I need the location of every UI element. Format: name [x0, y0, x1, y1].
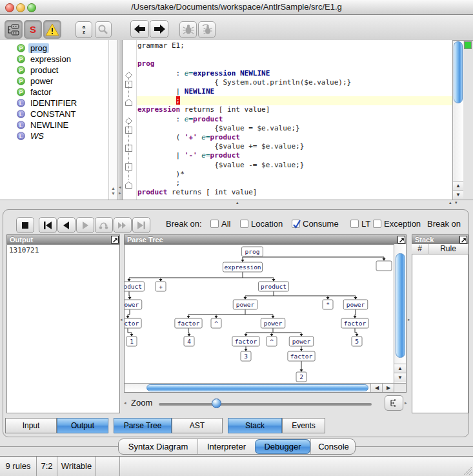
sidebar-splitter[interactable]: ◂ ▸: [117, 40, 123, 200]
tree-node-power[interactable]: power: [289, 336, 314, 346]
breakpoint-marker[interactable]: [125, 97, 132, 104]
expand-right-icon[interactable]: ▸: [119, 191, 121, 195]
grammar-editor[interactable]: grammar E1;prog : e=expression NEWLINE {…: [123, 40, 452, 200]
step-over-button[interactable]: [95, 217, 113, 233]
tb-debug-remote[interactable]: [198, 21, 216, 38]
tree-node-power[interactable]: power: [233, 300, 257, 309]
stack-expand-button[interactable]: [459, 236, 467, 243]
parse-tree-canvas[interactable]: progexpressionproduct+productpowerpower*…: [125, 245, 393, 382]
tree-layout-button[interactable]: [385, 395, 403, 411]
zoom-right-icon[interactable]: ▸: [405, 400, 407, 405]
view-button-events[interactable]: Events: [282, 418, 325, 433]
tree-node-factor[interactable]: factor: [232, 336, 259, 346]
breakpoint-marker[interactable]: [125, 180, 132, 187]
tb-back[interactable]: [130, 20, 149, 38]
stop-button[interactable]: [16, 217, 34, 233]
rule-item-power[interactable]: Ppower: [0, 76, 117, 87]
breakpoint-marker[interactable]: [125, 116, 132, 123]
zoom-slider-track[interactable]: [159, 403, 372, 406]
tab-debugger[interactable]: Debugger: [255, 439, 310, 454]
tb-sort-rules[interactable]: az: [75, 21, 92, 38]
scrollbar-thumb[interactable]: [146, 384, 368, 391]
tree-node-factor[interactable]: factor: [341, 318, 368, 328]
editor-gutter[interactable]: [123, 40, 137, 200]
stack-panel-body[interactable]: [412, 244, 468, 413]
view-button-ast[interactable]: AST: [172, 418, 223, 433]
tab-interpreter[interactable]: Interpreter: [197, 439, 255, 454]
divider-collapse-up-icon[interactable]: ▴: [236, 200, 239, 205]
rule-item-product[interactable]: Pproduct: [0, 65, 117, 76]
scrollbar-thumb[interactable]: [396, 253, 405, 358]
tree-node-expression[interactable]: expression: [223, 262, 263, 272]
tab-syntax-diagram[interactable]: Syntax Diagram: [119, 439, 197, 454]
parse-tree-vertical-scrollbar[interactable]: ▲ ▼: [394, 244, 406, 383]
tree-node-power[interactable]: power: [261, 318, 285, 328]
view-button-input[interactable]: Input: [5, 418, 57, 433]
zoom-slider-knob[interactable]: [212, 398, 221, 408]
scroll-up-button[interactable]: ▲: [394, 364, 406, 373]
tb-warnings[interactable]: [43, 20, 61, 39]
tree-node-factor[interactable]: factor: [175, 318, 202, 328]
break-checkbox-consume[interactable]: [292, 220, 300, 228]
scrollbar-thumb[interactable]: [454, 41, 463, 103]
scroll-down-icon[interactable]: ▼: [111, 191, 116, 196]
tree-node-*[interactable]: *: [323, 300, 333, 309]
zoom-left-icon[interactable]: ◂: [124, 400, 126, 405]
tree-node-4[interactable]: 4: [184, 336, 194, 346]
go-to-end-button[interactable]: [132, 217, 150, 233]
tree-node-product[interactable]: product: [259, 282, 289, 291]
divider-up-icon[interactable]: ▴: [449, 200, 452, 205]
tree-node-power[interactable]: power: [343, 300, 368, 309]
view-button-stack[interactable]: Stack: [228, 418, 282, 433]
step-forward-button[interactable]: [76, 217, 94, 233]
rule-item-identifier[interactable]: LIDENTIFIER: [0, 98, 117, 109]
output-panel-body[interactable]: 1310721: [6, 244, 120, 413]
tree-node-^[interactable]: ^: [267, 336, 277, 346]
rule-item-expression[interactable]: Pexpression: [0, 54, 117, 65]
tb-find[interactable]: [95, 21, 112, 38]
fast-forward-button[interactable]: [114, 217, 132, 233]
tree-node-3[interactable]: 3: [241, 351, 251, 361]
collapse-left-icon[interactable]: ◂: [119, 185, 121, 189]
view-button-output[interactable]: Output: [57, 418, 108, 433]
rule-item-prog[interactable]: Pprog: [0, 43, 117, 54]
tab-console[interactable]: Console: [310, 439, 356, 454]
divider-down-icon[interactable]: ▾: [455, 200, 458, 205]
panel-collapse-right-icon[interactable]: ▸: [408, 317, 410, 322]
break-checkbox-all[interactable]: [210, 220, 219, 228]
scroll-right-button[interactable]: ▶: [382, 384, 394, 392]
rules-scrollbar-track[interactable]: ▲ ▼: [108, 40, 118, 200]
zoom-window-button[interactable]: [27, 3, 36, 12]
break-checkbox-exception[interactable]: [373, 220, 381, 228]
tree-node-factor[interactable]: factor: [125, 318, 141, 328]
close-button[interactable]: [5, 3, 14, 12]
break-checkbox-lt[interactable]: [350, 220, 359, 228]
view-button-parse-tree[interactable]: Parse Tree: [114, 418, 172, 433]
tree-node-factor[interactable]: factor: [288, 351, 315, 361]
output-expand-button[interactable]: [111, 236, 119, 243]
tree-node-5[interactable]: 5: [352, 336, 362, 346]
break-checkbox-location[interactable]: [240, 220, 248, 228]
tree-node-power[interactable]: power: [125, 300, 142, 309]
tb-forward[interactable]: [150, 20, 168, 38]
minimize-button[interactable]: [16, 3, 25, 12]
tree-node-2[interactable]: 2: [296, 372, 307, 382]
tree-node-+[interactable]: +: [156, 282, 166, 291]
parse-tree-horizontal-scrollbar[interactable]: ◀ ▶: [125, 383, 394, 392]
resize-grip-icon[interactable]: [463, 466, 472, 475]
breakpoint-marker[interactable]: [125, 70, 132, 77]
rule-item-ws[interactable]: LWS: [0, 130, 117, 141]
rule-item-newline[interactable]: LNEWLINE: [0, 119, 117, 130]
tb-grammar-structure[interactable]: [5, 20, 23, 39]
step-back-button[interactable]: [57, 217, 75, 233]
tree-node-^[interactable]: ^: [211, 318, 221, 328]
editor-vertical-scrollbar[interactable]: ▲ ▼: [452, 41, 463, 200]
tree-node-prog[interactable]: prog: [242, 247, 263, 256]
tb-syntax-check[interactable]: S: [24, 20, 42, 39]
tree-node-product[interactable]: product: [125, 282, 144, 291]
scroll-down-button[interactable]: ▼: [394, 373, 406, 382]
parse-tree-expand-button[interactable]: [398, 236, 405, 243]
panel-collapse-left-icon[interactable]: ◂: [120, 317, 123, 322]
tree-node-blank[interactable]: [376, 261, 392, 271]
tree-node-1[interactable]: 1: [126, 336, 137, 346]
